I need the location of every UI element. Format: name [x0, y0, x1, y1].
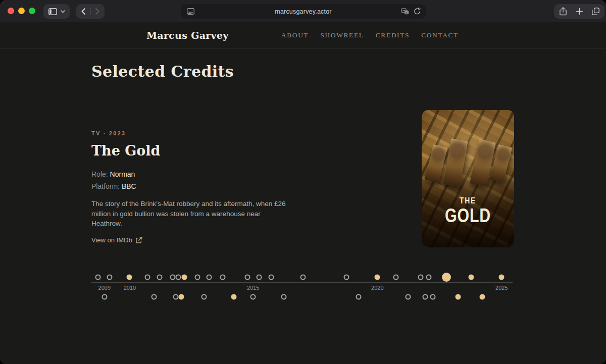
timeline-dot[interactable]	[442, 273, 451, 282]
nav-link-showreel[interactable]: SHOWREEL	[320, 31, 364, 39]
timeline-dot[interactable]	[499, 275, 504, 280]
credit-meta: TV · 2023	[91, 130, 295, 136]
imdb-link[interactable]: View on IMDb	[91, 236, 142, 244]
close-window-button[interactable]	[8, 8, 14, 14]
timeline-dot[interactable]	[107, 275, 112, 280]
timeline-dot[interactable]	[206, 275, 212, 280]
timeline-dot[interactable]	[201, 294, 207, 300]
role-value: Norman	[110, 170, 135, 178]
role-label: Role:	[91, 170, 108, 178]
minimize-window-button[interactable]	[18, 8, 25, 14]
timeline-dot[interactable]	[182, 275, 187, 280]
url-text[interactable]: marcusgarvey.actor	[181, 8, 426, 15]
toolbar-actions-group	[554, 4, 604, 19]
timeline-dot[interactable]	[95, 275, 101, 280]
site-header: Marcus Garvey ABOUT SHOWREEL CREDITS CON…	[0, 22, 606, 48]
timeline-dot[interactable]	[178, 294, 184, 300]
timeline-year-label: 2025	[495, 285, 508, 291]
timeline-dot[interactable]	[344, 275, 349, 280]
credit-role-line: Role: Norman	[91, 168, 295, 180]
svg-text:あ: あ	[405, 11, 408, 15]
timeline-dot[interactable]	[102, 294, 107, 300]
timeline-year-label: 2010	[124, 285, 136, 291]
reload-icon[interactable]	[414, 8, 421, 15]
timeline-dot[interactable]	[269, 275, 274, 280]
timeline-dot[interactable]	[127, 275, 132, 280]
sidebar-icon	[48, 8, 57, 15]
platform-value: BBC	[122, 182, 136, 190]
tab-overview-button[interactable]	[588, 4, 603, 19]
platform-label: Platform:	[91, 182, 120, 190]
timeline-dot[interactable]	[195, 275, 200, 280]
timeline-year-label: 2009	[98, 285, 111, 291]
timeline-dot[interactable]	[175, 275, 181, 280]
timeline-dot[interactable]	[406, 294, 411, 300]
address-bar[interactable]: marcusgarvey.actor あ	[181, 4, 426, 19]
poster-title-line2: GOLD	[431, 205, 504, 227]
timeline-dot[interactable]	[173, 294, 178, 300]
featured-credit-card: TV · 2023 The Gold Role: Norman Platform…	[91, 130, 295, 244]
nav-link-credits[interactable]: CREDITS	[376, 31, 410, 39]
timeline-dot[interactable]	[231, 294, 236, 300]
timeline-dot[interactable]	[152, 294, 157, 300]
timeline-dot[interactable]	[250, 294, 256, 300]
gold-bar-face	[443, 138, 468, 187]
page-title: Selected Credits	[91, 63, 234, 80]
translate-icon[interactable]: あ	[401, 8, 409, 15]
sidebar-toggle-button[interactable]	[43, 4, 70, 19]
history-nav-group	[76, 4, 105, 19]
forward-button[interactable]	[91, 4, 105, 19]
zoom-window-button[interactable]	[29, 8, 35, 14]
timeline-dot[interactable]	[144, 275, 150, 280]
new-tab-button[interactable]	[572, 4, 587, 19]
nav-link-about[interactable]: ABOUT	[281, 31, 309, 39]
timeline-dot[interactable]	[393, 275, 398, 280]
timeline-dot[interactable]	[375, 275, 380, 280]
credit-poster: THE GOLD	[422, 110, 514, 247]
timeline-dot[interactable]	[157, 275, 163, 280]
imdb-link-label: View on IMDb	[91, 236, 132, 244]
timeline-dot[interactable]	[469, 275, 474, 280]
credit-platform-line: Platform: BBC	[91, 180, 295, 192]
site-nav: ABOUT SHOWREEL CREDITS CONTACT	[281, 31, 459, 39]
nav-link-contact[interactable]: CONTACT	[421, 31, 459, 39]
poster-title-line1: THE	[430, 196, 506, 206]
timeline-dot[interactable]	[479, 294, 485, 300]
timeline-dot[interactable]	[300, 275, 306, 280]
timeline-year-label: 2015	[247, 285, 259, 291]
back-button[interactable]	[77, 4, 90, 19]
timeline-axis	[91, 282, 513, 283]
chevron-down-icon	[61, 10, 65, 13]
timeline-dot[interactable]	[423, 294, 428, 300]
credit-title: The Gold	[91, 143, 295, 159]
timeline-dot[interactable]	[281, 294, 287, 300]
timeline-dot[interactable]	[245, 275, 250, 280]
timeline-dot[interactable]	[430, 294, 436, 300]
share-button[interactable]	[556, 4, 571, 19]
timeline-dot[interactable]	[418, 275, 424, 280]
main-content: Selected Credits TV · 2023 The Gold Role…	[0, 49, 606, 364]
timeline-dot[interactable]	[256, 275, 262, 280]
timeline-dot[interactable]	[220, 275, 226, 280]
external-link-icon	[136, 237, 142, 243]
timeline-dot[interactable]	[356, 294, 361, 300]
credit-description: The story of the Brink's-Mat robbery and…	[91, 199, 292, 229]
timeline-dot[interactable]	[426, 275, 432, 280]
browser-window: marcusgarvey.actor あ	[0, 0, 606, 364]
timeline-year-label: 2020	[371, 285, 383, 291]
timeline-dot[interactable]	[456, 294, 461, 300]
credits-timeline: 20092010201520202025	[91, 270, 513, 306]
site-brand[interactable]: Marcus Garvey	[146, 30, 229, 41]
timeline-dot[interactable]	[170, 275, 175, 280]
browser-toolbar: marcusgarvey.actor あ	[0, 0, 606, 22]
